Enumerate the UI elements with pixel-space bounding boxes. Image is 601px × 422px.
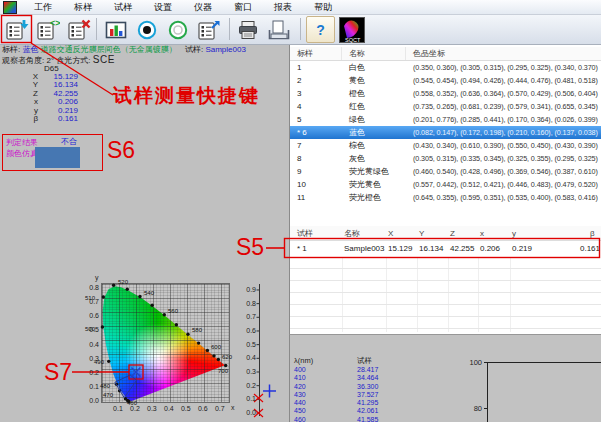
help-icon: ? [316,22,325,38]
judge-annotation-box: 判定结果 不合 颜色仿真 [2,134,103,171]
spectral-row: 46041.585 [294,416,378,422]
app-window: 工作标样试样设置仪器窗口报表帮助 <> [0,0,601,422]
standard-row[interactable]: 2黄色(0.545, 0.454), (0.494, 0.426), (0.44… [290,74,601,87]
target-filled-icon [136,19,158,41]
beta-limit-marker [254,409,263,417]
mode-value: SCE [93,54,115,65]
sample-label: 试样: [185,45,203,54]
menu-item-8[interactable]: 帮助 [303,1,343,14]
spectral-list: 40028.41741034.46442036.30043037.5274404… [294,366,378,422]
compare-list-icon: <> [36,19,60,41]
color-sim-label: 颜色仿真 [6,148,38,159]
color-simulation-swatch [35,147,80,168]
spectral-row: 45042.061 [294,407,378,415]
menu-item-5[interactable]: 仪器 [183,1,223,14]
save-report-button[interactable] [264,16,293,43]
mode-label: 含光方式: [56,56,90,65]
print-button[interactable] [233,16,262,43]
judge-result-label: 判定结果 [6,137,38,148]
standard-name: 蓝色 [22,45,38,54]
spectral-row: 41034.464 [294,374,378,382]
spectral-sample-header: 试样 [357,356,372,366]
standard-label: 标样: [2,45,20,54]
annotation-s6: S6 [107,137,135,164]
value-row: β0.161 [0,115,80,123]
chart-icon [105,20,127,40]
help-button[interactable]: ? [306,16,335,43]
annotation-s7: S7 [44,359,72,386]
spectral-wavelength-header: λ(nm) [294,356,313,365]
standard-row[interactable]: 9荧光黄绿色(0.460, 0.540), (0.428, 0.496), (0… [290,165,601,178]
menu-item-2[interactable]: 标样 [63,1,103,14]
x-axis-label: x [231,404,235,411]
spectral-row: 40028.417 [294,366,378,374]
reflectance-chart [487,362,601,422]
standard-row[interactable]: 5绿色(0.201, 0.776), (0.285, 0.441), (0.17… [290,113,601,126]
target-open-icon [167,19,189,41]
printer-icon [237,19,259,41]
chromaticity-diagram [101,283,230,403]
app-icon [3,1,17,14]
reflectance-tick-80: 80 [460,404,482,413]
svg-text:SQCT: SQCT [345,36,361,42]
measure-sample-target-button[interactable] [163,16,192,43]
sample-row[interactable]: * 1Sample00315.12916.13442.2550.2060.219… [290,241,601,256]
standard-info-line: 标样: 蓝色 道路交通反光膜层间色（无金属镀膜） 试样: Sample003 [2,45,288,54]
menu-item-1[interactable]: 工作 [23,1,63,14]
svg-text:<>: <> [50,19,60,28]
menu-bar: 工作标样试样设置仪器窗口报表帮助 [0,0,601,15]
spectral-row: 44041.295 [294,399,378,407]
chart-button[interactable] [101,16,130,43]
standard-row[interactable]: 8灰色(0.305, 0.315), (0.335, 0.345), (0.32… [290,152,601,165]
annotation-shortcut-note: 试样测量快捷键 [113,83,260,109]
measure-sample-icon [5,19,29,41]
spectral-row: 43037.527 [294,391,378,399]
cie-horseshoe [102,284,229,402]
judge-result-value: 不合 [61,136,77,147]
standards-table: 标样 名称 色品坐标 1白色(0.350, 0.360), (0.305, 0.… [290,47,601,204]
standard-row[interactable]: 10荧光黄色(0.557, 0.442), (0.512, 0.421), (0… [290,178,601,191]
samples-table-empty-area [290,257,601,332]
toolbar: <> [0,15,601,45]
wavelength-label: 510 [85,295,96,301]
beta-limit-marker [254,394,263,402]
reflectance-tick-100: 100 [460,358,482,367]
standard-row[interactable]: 4红色(0.735, 0.265), (0.681, 0.239), (0.57… [290,100,601,113]
delete-record-button[interactable] [64,16,93,43]
delete-record-icon [67,19,91,41]
beta-limit-marker [254,409,263,417]
menu-item-7[interactable]: 报表 [263,1,303,14]
wavelength-label: 500 [85,326,96,332]
spectral-row: 42036.300 [294,383,378,391]
standard-row[interactable]: 1白色(0.350, 0.360), (0.305, 0.315), (0.29… [290,61,601,74]
measure-sample-button[interactable] [2,16,31,43]
sqct-button[interactable]: SQCT [337,16,366,43]
save-report-icon [267,19,291,41]
menu-item-3[interactable]: 试样 [103,1,143,14]
beta-limit-marker [254,394,263,402]
standard-row[interactable]: 7棕色(0.430, 0.340), (0.610, 0.390), (0.55… [290,139,601,152]
samples-table-header: 试样名称 XY Zx yβ [290,226,601,241]
standard-row[interactable]: * 6蓝色(0.082, 0.147), (0.172, 0.198), (0.… [290,126,601,139]
annotation-s5: S5 [236,234,264,261]
samples-table: 试样名称 XY Zx yβ * 1Sample00315.12916.13442… [290,226,601,256]
export-record-button[interactable] [194,16,223,43]
compare-list-button[interactable]: <> [33,16,62,43]
tristimulus-values: X15.129Y16.134Z42.255x0.206y0.219β0.161 [0,73,80,123]
menu-item-4[interactable]: 设置 [143,1,183,14]
standard-row[interactable]: 3橙色(0.558, 0.352), (0.636, 0.364), (0.57… [290,87,601,100]
sqct-logo-icon: SQCT [339,17,365,43]
measure-standard-target-button[interactable] [132,16,161,43]
y-axis-label: y [95,274,99,281]
standard-desc: 道路交通反光膜层间色（无金属镀膜） [41,45,177,54]
menu-item-6[interactable]: 窗口 [223,1,263,14]
standards-table-header: 标样 名称 色品坐标 [290,47,601,61]
standard-row[interactable]: 11荧光橙色(0.645, 0.355), (0.595, 0.351), (0… [290,191,601,204]
sample-name: Sample003 [205,45,245,54]
export-record-icon [197,19,221,41]
